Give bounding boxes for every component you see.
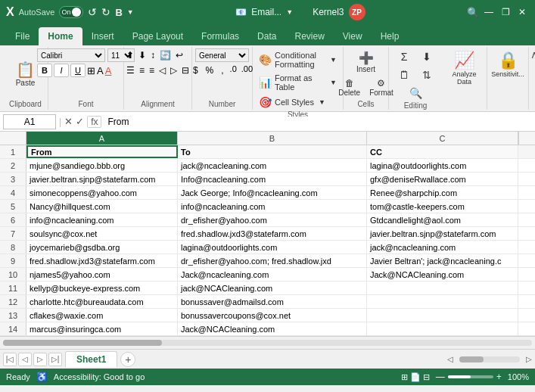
sensitivity-button[interactable]: 🔒 Sensitivit... — [487, 48, 528, 80]
cell-b14[interactable]: Jack@NCACleaning.com — [178, 322, 367, 335]
number-format-select[interactable]: General — [195, 48, 249, 62]
cell-a8[interactable]: joycemarieb@gsdba.org — [26, 241, 178, 254]
formula-input[interactable] — [104, 117, 532, 127]
last-sheet-button[interactable]: ▷| — [48, 353, 62, 366]
col-header-c[interactable]: C — [367, 132, 518, 145]
row-num-8[interactable]: 8 — [0, 241, 26, 254]
col-header-a[interactable]: A — [26, 132, 178, 145]
select-all-button[interactable] — [0, 132, 26, 145]
first-sheet-button[interactable]: |◁ — [3, 353, 17, 366]
cell-c14[interactable] — [367, 322, 518, 335]
row-num-11[interactable]: 11 — [0, 282, 26, 294]
cell-a11[interactable]: kellyp@buckeye-express.com — [26, 282, 178, 294]
conditional-formatting-button[interactable]: 🎨 Conditional Formatting ▼ — [256, 48, 340, 71]
align-top-icon[interactable]: ⬆ — [125, 48, 135, 62]
sheet-tab-sheet1[interactable]: Sheet1 — [65, 351, 117, 367]
cell-a10[interactable]: njames5@yahoo.com — [26, 268, 178, 281]
cell-a4[interactable]: simonecoppens@yahoo.com — [26, 186, 178, 199]
bold-button[interactable]: B — [37, 64, 52, 77]
align-middle-icon[interactable]: ⬇ — [137, 48, 148, 62]
wrap-text-icon[interactable]: ↩ — [174, 48, 185, 62]
row-num-3[interactable]: 3 — [0, 173, 26, 185]
cell-b3[interactable]: Info@ncacleaning.com — [178, 173, 367, 185]
tab-insert[interactable]: Insert — [82, 27, 123, 45]
cell-c10[interactable]: Jack@NCACleaning.com — [367, 268, 518, 281]
comma-icon[interactable]: , — [218, 64, 226, 77]
font-family-select[interactable]: Calibri — [37, 48, 105, 62]
undo-icon[interactable]: ↺ — [88, 6, 97, 18]
normal-view-button[interactable]: ⊞ — [401, 372, 408, 382]
cell-c2[interactable]: lagina@outdoorlights.com — [367, 159, 518, 172]
cell-c6[interactable]: Gtdcandlelight@aol.com — [367, 213, 518, 226]
page-layout-view-button[interactable]: 📄 — [410, 372, 421, 382]
dropdown-arrow-icon[interactable]: ▼ — [127, 8, 134, 16]
cell-c7[interactable]: javier.beltran.sjnp@statefarm.com — [367, 227, 518, 240]
cell-c4[interactable]: Renee@sharpchip.com — [367, 186, 518, 199]
cell-b5[interactable]: info@ncacleaning.com — [178, 200, 367, 213]
cell-a2[interactable]: mjune@sandiego.bbb.org — [26, 159, 178, 172]
row-num-4[interactable]: 4 — [0, 186, 26, 199]
sort-filter-button[interactable]: ⇅ — [416, 67, 437, 83]
cell-a3[interactable]: javier.beltran.sjnp@statefarm.com — [26, 173, 178, 185]
user-avatar[interactable]: ZP — [349, 4, 365, 20]
italic-button[interactable]: I — [54, 64, 69, 77]
page-break-view-button[interactable]: ⊟ — [423, 372, 430, 382]
cell-b11[interactable]: jack@NCACleaning.com — [178, 282, 367, 294]
cell-c12[interactable] — [367, 295, 518, 308]
fill-color-icon[interactable]: A — [97, 65, 104, 76]
align-center-icon[interactable]: ≡ — [138, 64, 146, 77]
fill-button[interactable]: ⬇ — [416, 48, 437, 65]
col-header-b[interactable]: B — [178, 132, 367, 145]
cell-b2[interactable]: jack@ncacleaning.com — [178, 159, 367, 172]
next-sheet-button[interactable]: ▷ — [33, 353, 47, 366]
cell-c1[interactable]: CC — [367, 145, 518, 158]
vertical-scrollbar-thumb[interactable] — [459, 356, 484, 362]
row-num-7[interactable]: 7 — [0, 227, 26, 240]
search-ribbon-icon[interactable]: 🔍 — [467, 7, 479, 18]
decrease-decimal-icon[interactable]: .0 — [229, 64, 238, 77]
cell-b10[interactable]: Jack@ncacleaning.com — [178, 268, 367, 281]
vertical-scroll-down[interactable]: ▷ — [526, 355, 532, 363]
cell-a14[interactable]: marcus@insuringca.com — [26, 322, 178, 335]
close-button[interactable]: ✕ — [515, 5, 529, 19]
align-bottom-icon[interactable]: ↕ — [149, 48, 157, 62]
cell-c13[interactable] — [367, 309, 518, 322]
row-num-5[interactable]: 5 — [0, 200, 26, 213]
underline-button[interactable]: U — [70, 64, 86, 77]
indent-decrease-icon[interactable]: ◁ — [157, 64, 167, 77]
cell-a7[interactable]: soulsync@cox.net — [26, 227, 178, 240]
font-color-icon[interactable]: A — [105, 65, 112, 76]
tab-view[interactable]: View — [334, 27, 372, 45]
row-num-12[interactable]: 12 — [0, 295, 26, 308]
cell-c11[interactable] — [367, 282, 518, 294]
cell-a9[interactable]: fred.shadlow.jxd3@statefarm.com — [26, 254, 178, 267]
tab-help[interactable]: Help — [372, 27, 409, 45]
minimize-button[interactable]: — — [482, 5, 496, 19]
cell-c9[interactable]: Javier Beltran'; jack@ncacleaning.c — [367, 254, 518, 267]
delete-cells-button[interactable]: 🗑 Delete — [334, 76, 364, 99]
filename-dropdown-icon[interactable]: ▼ — [286, 8, 293, 16]
borders-icon[interactable]: ⊞ — [87, 65, 95, 76]
name-box[interactable] — [3, 114, 56, 129]
orientation-icon[interactable]: 🔄 — [158, 48, 173, 62]
format-as-table-button[interactable]: 📊 Format as Table ▼ — [256, 71, 340, 94]
cell-c3[interactable]: gfx@deniseRwallace.com — [367, 173, 518, 185]
cell-b1[interactable]: To — [178, 145, 367, 158]
add-sheet-button[interactable]: + — [120, 352, 135, 367]
indent-increase-icon[interactable]: ▷ — [169, 64, 179, 77]
restore-button[interactable]: ❐ — [499, 5, 512, 19]
merge-cells-icon[interactable]: ⊟ — [180, 64, 191, 77]
confirm-formula-icon[interactable]: ✓ — [76, 116, 84, 127]
zoom-out-button[interactable]: — — [436, 372, 445, 382]
cell-a6[interactable]: info@ncacleaning.com — [26, 213, 178, 226]
insert-cells-button[interactable]: ➕ Insert — [352, 48, 381, 76]
cell-b6[interactable]: dr_efisher@yahoo.com — [178, 213, 367, 226]
tab-review[interactable]: Review — [285, 27, 333, 45]
zoom-in-button[interactable]: + — [496, 372, 502, 382]
row-num-1[interactable]: 1 — [0, 145, 26, 158]
currency-icon[interactable]: $ — [190, 64, 201, 77]
cell-b9[interactable]: dr_efisher@yahoo.com; fred.shadlow.jxd — [178, 254, 367, 267]
tab-formulas[interactable]: Formulas — [192, 27, 248, 45]
row-num-2[interactable]: 2 — [0, 159, 26, 172]
analyze-data-button[interactable]: 📈 Analyze Data — [445, 48, 484, 88]
